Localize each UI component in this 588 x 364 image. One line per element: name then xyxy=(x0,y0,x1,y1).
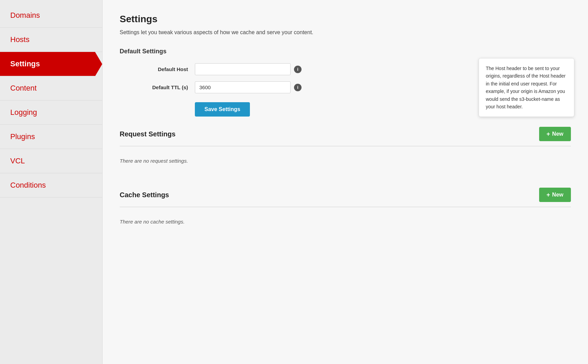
request-settings-divider xyxy=(120,146,571,146)
request-settings-title: Request Settings xyxy=(120,130,175,138)
default-ttl-info-icon[interactable]: i xyxy=(294,84,302,91)
new-request-settings-label: New xyxy=(552,131,563,137)
default-ttl-input[interactable] xyxy=(195,81,291,93)
cache-settings-header: Cache Settings + New xyxy=(120,188,571,202)
sidebar-item-plugins[interactable]: Plugins xyxy=(0,125,102,149)
tooltip-box: The Host header to be sent to your origi… xyxy=(479,58,574,117)
cache-settings-title: Cache Settings xyxy=(120,191,169,199)
sidebar-item-hosts[interactable]: Hosts xyxy=(0,28,102,52)
request-settings-section: Request Settings + New There are no requ… xyxy=(120,127,571,174)
sidebar-item-label-plugins: Plugins xyxy=(10,132,35,141)
page-description: Settings let you tweak various aspects o… xyxy=(120,29,571,36)
default-settings-title: Default Settings xyxy=(120,48,571,55)
sidebar-item-label-logging: Logging xyxy=(10,108,37,117)
tooltip-text: The Host header to be sent to your origi… xyxy=(486,66,565,109)
new-request-settings-button[interactable]: + New xyxy=(539,127,571,141)
sidebar-item-label-hosts: Hosts xyxy=(10,35,29,44)
save-settings-button[interactable]: Save Settings xyxy=(195,102,250,117)
sidebar-item-label-domains: Domains xyxy=(10,11,40,20)
default-ttl-label: Default TTL (s) xyxy=(120,84,188,90)
sidebar-item-vcl[interactable]: VCL xyxy=(0,149,102,173)
sidebar: DomainsHostsSettingsContentLoggingPlugin… xyxy=(0,0,103,364)
new-cache-settings-button[interactable]: + New xyxy=(539,188,571,202)
plus-icon-2: + xyxy=(547,192,550,198)
request-settings-empty: There are no request settings. xyxy=(120,154,571,174)
sidebar-item-domains[interactable]: Domains xyxy=(0,3,102,28)
request-settings-header: Request Settings + New xyxy=(120,127,571,141)
sidebar-item-conditions[interactable]: Conditions xyxy=(0,173,102,198)
sidebar-item-content[interactable]: Content xyxy=(0,76,102,100)
plus-icon: + xyxy=(547,131,550,137)
cache-settings-divider xyxy=(120,207,571,207)
cache-settings-section: Cache Settings + New There are no cache … xyxy=(120,188,571,235)
new-cache-settings-label: New xyxy=(552,192,563,198)
default-host-label: Default Host xyxy=(120,66,188,72)
cache-settings-empty: There are no cache settings. xyxy=(120,215,571,235)
sidebar-item-label-content: Content xyxy=(10,84,37,93)
sidebar-item-logging[interactable]: Logging xyxy=(0,100,102,125)
page-title: Settings xyxy=(120,14,571,25)
sidebar-item-label-vcl: VCL xyxy=(10,157,25,165)
default-host-info-icon[interactable]: i xyxy=(294,66,302,73)
sidebar-item-label-settings: Settings xyxy=(10,59,40,68)
sidebar-item-label-conditions: Conditions xyxy=(10,181,46,190)
sidebar-item-settings[interactable]: Settings xyxy=(0,52,102,76)
main-content: Settings Settings let you tweak various … xyxy=(103,0,588,364)
default-host-input[interactable] xyxy=(195,63,291,75)
